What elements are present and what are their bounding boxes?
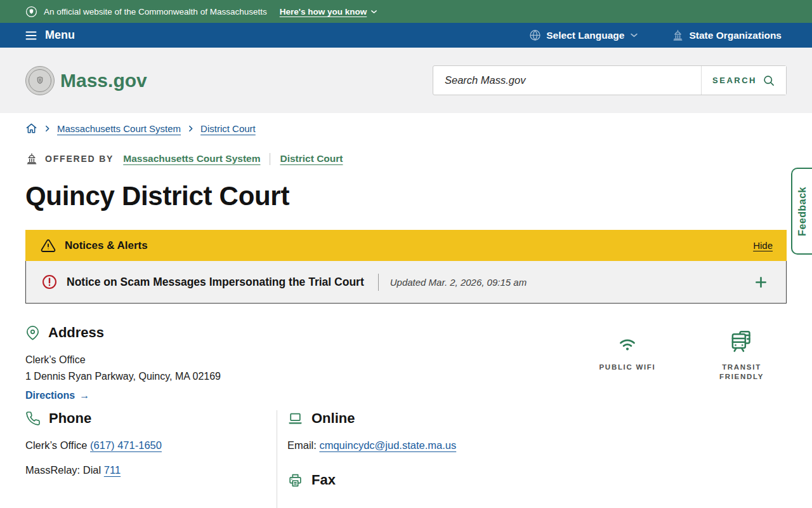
massrelay-line: MassRelay: Dial 711 bbox=[25, 464, 264, 476]
transit-friendly-label: TRANSIT FRIENDLY bbox=[704, 363, 779, 382]
official-banner: An official website of the Commonwealth … bbox=[0, 0, 812, 23]
offered-by-link-district-court[interactable]: District Court bbox=[280, 153, 343, 164]
fax-icon bbox=[287, 472, 303, 488]
divider bbox=[270, 153, 270, 165]
massrelay-link[interactable]: 711 bbox=[104, 464, 121, 476]
statehouse-icon bbox=[25, 152, 38, 165]
offered-by-link-court-system[interactable]: Massachusetts Court System bbox=[123, 153, 260, 164]
statehouse-icon bbox=[672, 29, 684, 41]
notice-title: Notice on Scam Messages Impersonating th… bbox=[67, 276, 364, 289]
feedback-tab[interactable]: Feedback bbox=[791, 168, 812, 255]
contact-columns: Phone Clerk’s Office (617) 471-1650 Mass… bbox=[25, 410, 787, 508]
search-icon bbox=[763, 74, 775, 87]
laptop-icon bbox=[287, 411, 303, 427]
official-banner-text: An official website of the Commonwealth … bbox=[44, 7, 267, 17]
public-wifi-label: PUBLIC WIFI bbox=[599, 363, 656, 372]
notices-title: Notices & Alerts bbox=[65, 239, 148, 252]
plus-icon bbox=[754, 275, 768, 290]
address-heading: Address bbox=[25, 324, 221, 341]
expand-notice-button[interactable] bbox=[754, 275, 768, 290]
chevron-right-icon bbox=[43, 124, 51, 133]
select-language-label: Select Language bbox=[546, 30, 624, 41]
offered-by-row: OFFERED BY Massachusetts Court System Di… bbox=[25, 152, 787, 165]
masthead: Mass.gov SEARCH bbox=[0, 48, 812, 113]
email-line: Email: cmquincydc@jud.state.ma.us bbox=[287, 439, 787, 451]
address-amenities-row: Address Clerk’s Office 1 Dennis Ryan Par… bbox=[25, 324, 787, 401]
page-title: Quincy District Court bbox=[25, 181, 787, 211]
address-office: Clerk’s Office bbox=[25, 352, 221, 368]
massgov-logo[interactable]: Mass.gov bbox=[25, 66, 147, 95]
phone-icon bbox=[25, 411, 41, 426]
address-street: 1 Dennis Ryan Parkway, Quincy, MA 02169 bbox=[25, 368, 221, 385]
breadcrumb-district-court[interactable]: District Court bbox=[200, 123, 256, 134]
amenity-transit-friendly: TRANSIT FRIENDLY bbox=[704, 327, 779, 401]
alert-circle-icon bbox=[41, 274, 58, 290]
globe-icon bbox=[529, 29, 541, 41]
search-input[interactable] bbox=[433, 66, 701, 95]
breadcrumb: Massachusetts Court System District Cour… bbox=[25, 123, 787, 135]
phone-section: Phone Clerk’s Office (617) 471-1650 Mass… bbox=[25, 410, 277, 508]
search-button[interactable]: SEARCH bbox=[701, 66, 786, 95]
directions-link[interactable]: Directions→ bbox=[25, 390, 89, 401]
transit-icon bbox=[729, 329, 754, 354]
breadcrumb-court-system[interactable]: Massachusetts Court System bbox=[57, 123, 181, 134]
phone-clerk-line: Clerk’s Office (617) 471-1650 bbox=[25, 439, 264, 451]
phone-number-link[interactable]: (617) 471-1650 bbox=[90, 439, 162, 451]
menu-button[interactable]: Menu bbox=[24, 29, 75, 42]
warning-triangle-icon bbox=[41, 238, 56, 253]
main-content: Massachusetts Court System District Cour… bbox=[0, 123, 812, 508]
search-bar: SEARCH bbox=[433, 65, 787, 95]
divider bbox=[378, 274, 379, 291]
amenity-public-wifi: PUBLIC WIFI bbox=[590, 327, 665, 401]
heres-how-you-know-link[interactable]: Here's how you know bbox=[280, 7, 379, 17]
home-icon[interactable] bbox=[25, 123, 37, 135]
main-navbar: Menu Select Language State Organizations bbox=[0, 23, 812, 48]
wifi-icon bbox=[614, 328, 641, 355]
amenities: PUBLIC WIFI TRANSIT FRIENDLY bbox=[590, 324, 787, 401]
state-seal-icon bbox=[25, 6, 37, 18]
search-button-label: SEARCH bbox=[712, 76, 757, 85]
notices-header: Notices & Alerts Hide bbox=[25, 230, 787, 261]
phone-heading: Phone bbox=[25, 410, 264, 427]
chevron-down-icon bbox=[629, 30, 639, 40]
feedback-label: Feedback bbox=[797, 187, 808, 236]
menu-label: Menu bbox=[45, 29, 75, 42]
offered-by-label: OFFERED BY bbox=[25, 152, 114, 165]
massgov-seal-icon bbox=[25, 66, 55, 95]
arrow-right-icon: → bbox=[79, 390, 89, 401]
hide-notices-link[interactable]: Hide bbox=[753, 240, 773, 251]
map-pin-icon bbox=[25, 326, 40, 340]
online-section: Online Email: cmquincydc@jud.state.ma.us… bbox=[277, 410, 787, 508]
chevron-down-icon bbox=[370, 8, 378, 16]
state-organizations-label: State Organizations bbox=[689, 30, 782, 41]
select-language-button[interactable]: Select Language bbox=[529, 29, 639, 41]
notice-item[interactable]: Notice on Scam Messages Impersonating th… bbox=[25, 261, 787, 304]
notices-panel: Notices & Alerts Hide Notice on Scam Mes… bbox=[25, 230, 787, 304]
hamburger-icon bbox=[24, 29, 38, 42]
chevron-right-icon bbox=[187, 124, 195, 133]
fax-heading: Fax bbox=[287, 472, 787, 488]
address-section: Address Clerk’s Office 1 Dennis Ryan Par… bbox=[25, 324, 221, 401]
email-link[interactable]: cmquincydc@jud.state.ma.us bbox=[319, 439, 456, 451]
massgov-logo-text: Mass.gov bbox=[60, 70, 147, 91]
state-organizations-button[interactable]: State Organizations bbox=[672, 29, 782, 41]
online-heading: Online bbox=[287, 410, 787, 427]
notice-updated-timestamp: Updated Mar. 2, 2026, 09:15 am bbox=[390, 277, 527, 288]
